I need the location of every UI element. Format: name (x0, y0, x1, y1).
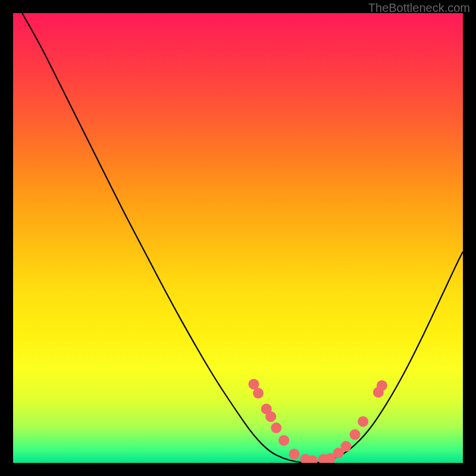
curve-marker (340, 441, 351, 452)
curve-marker (265, 411, 276, 422)
curve-marker (278, 435, 289, 446)
curve-svg (13, 13, 463, 463)
curve-marker (289, 449, 300, 459)
plot-area (13, 13, 463, 463)
bottleneck-curve (22, 13, 463, 463)
curve-marker (350, 429, 361, 440)
curve-marker (271, 422, 281, 433)
curve-marker (358, 416, 368, 427)
curve-marker (377, 380, 387, 391)
chart-frame: TheBottleneck.com (0, 0, 476, 476)
watermark-text: TheBottleneck.com (368, 1, 470, 15)
curve-marker (253, 388, 264, 399)
